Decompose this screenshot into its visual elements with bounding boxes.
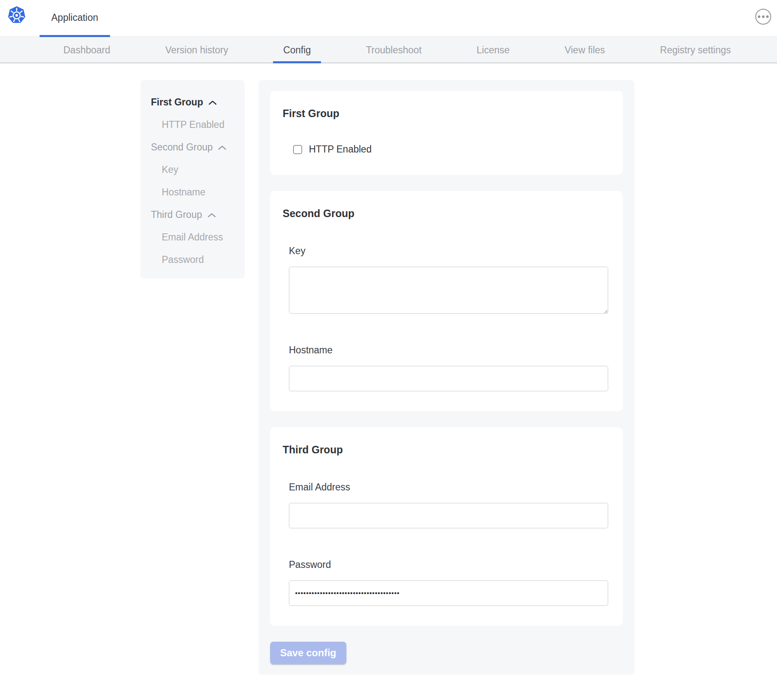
tab-troubleshoot[interactable]: Troubleshoot — [356, 38, 431, 62]
save-config-button[interactable]: Save config — [270, 642, 346, 664]
field-label: Hostname — [289, 345, 608, 356]
chevron-up-icon — [208, 100, 217, 105]
ellipsis-icon — [766, 15, 769, 18]
tab-config[interactable]: Config — [273, 38, 321, 62]
group-title: Second Group — [283, 208, 610, 220]
http-enabled-field: HTTP Enabled — [283, 144, 610, 155]
sidebar-group-first-group[interactable]: First Group — [140, 91, 245, 113]
sidebar-group-second-group[interactable]: Second Group — [140, 136, 245, 158]
field-label: Email Address — [289, 482, 608, 493]
sidebar-group-third-group[interactable]: Third Group — [140, 203, 245, 226]
field-label: Key — [289, 245, 608, 257]
sidebar-item-key[interactable]: Key — [140, 158, 245, 181]
config-group-card-third: Third Group Email Address Password — [270, 427, 623, 626]
sidebar-group-label: Second Group — [151, 142, 213, 153]
sidebar-group-label: First Group — [151, 97, 203, 108]
sidebar-item-hostname[interactable]: Hostname — [140, 181, 245, 203]
password-field: Password — [283, 559, 610, 606]
config-group-card-first: First Group HTTP Enabled — [270, 91, 623, 175]
sidebar-item-http-enabled[interactable]: HTTP Enabled — [140, 113, 245, 136]
ellipsis-icon — [758, 15, 760, 18]
app-header: Application — [0, 0, 777, 37]
password-input[interactable] — [289, 580, 608, 606]
sidebar-item-email-address[interactable]: Email Address — [140, 226, 245, 248]
tab-dashboard[interactable]: Dashboard — [53, 38, 120, 62]
http-enabled-checkbox[interactable] — [293, 145, 302, 154]
tab-view-files[interactable]: View files — [555, 38, 615, 62]
chevron-up-icon — [207, 212, 216, 218]
sidebar-item-label: Hostname — [162, 187, 206, 198]
hostname-input[interactable] — [289, 366, 608, 391]
config-sidebar: First Group HTTP Enabled Second Group Ke… — [140, 80, 245, 278]
chevron-up-icon — [218, 145, 227, 150]
hostname-field: Hostname — [283, 345, 610, 391]
tab-application[interactable]: Application — [40, 0, 110, 37]
config-content-area: First Group HTTP Enabled Second Group Ke… — [258, 80, 634, 675]
sidebar-item-label: Key — [162, 164, 178, 175]
sidebar-item-label: Email Address — [162, 232, 223, 243]
secondary-nav: Dashboard Version history Config Trouble… — [0, 38, 777, 63]
email-address-input[interactable] — [289, 503, 608, 528]
ellipsis-icon — [762, 15, 764, 18]
kubernetes-logo-icon — [8, 5, 26, 25]
tab-version-history[interactable]: Version history — [155, 38, 238, 62]
sidebar-item-label: HTTP Enabled — [162, 119, 224, 130]
more-menu-button[interactable] — [755, 9, 771, 25]
tab-license[interactable]: License — [466, 38, 519, 62]
email-address-field: Email Address — [283, 482, 610, 528]
config-group-card-second: Second Group Key Hostname — [270, 191, 623, 411]
sidebar-item-password[interactable]: Password — [140, 248, 245, 271]
key-field: Key — [283, 245, 610, 314]
sidebar-item-label: Password — [162, 254, 204, 265]
tab-registry-settings[interactable]: Registry settings — [650, 38, 741, 62]
key-textarea[interactable] — [289, 267, 608, 314]
group-title: Third Group — [283, 444, 610, 456]
group-title: First Group — [283, 108, 610, 120]
field-label: Password — [289, 559, 608, 570]
sidebar-group-label: Third Group — [151, 209, 202, 220]
checkbox-label: HTTP Enabled — [309, 144, 371, 155]
